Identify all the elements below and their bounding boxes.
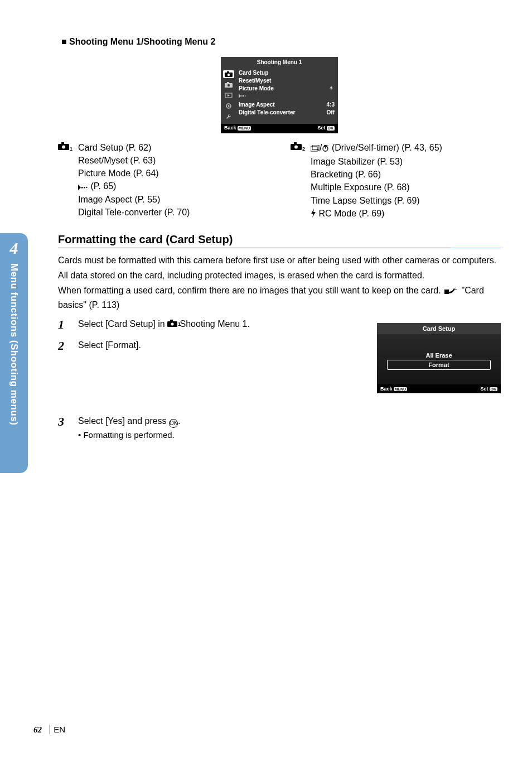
menu-set: SetOK [317,125,335,131]
list-item: Picture Mode (P. 64) [78,167,190,180]
menu-back: BackMENU [224,125,251,131]
svg-rect-15 [245,96,246,97]
card-setup-screenshot: Card Setup All Erase Format BackMENU Set… [377,323,501,393]
cs-title: Card Setup [377,323,501,334]
svg-marker-19 [78,185,81,190]
svg-text:1: 1 [231,74,233,77]
list-item: / (Drive/Self-timer) (P. 43, 65) [311,141,442,155]
svg-rect-34 [444,290,449,294]
svg-point-18 [62,145,65,148]
left-column: 1 Card Setup (P. 62) Reset/Myset (P. 63)… [58,141,268,220]
self-timer-icon [322,142,329,155]
gear-tab-icon [223,102,234,110]
list-item: (P. 65) [78,180,190,192]
chapter-title: Menu functions (Shooting menus) [8,263,20,425]
menu-row: Image Aspect4:3 [239,101,335,109]
shooting-menu-screenshot: Shooting Menu 1 1 2 Car [221,57,338,133]
svg-rect-26 [311,147,317,151]
camera1-icon: 1 [58,141,78,220]
svg-line-35 [455,289,457,290]
list-item: Image Stabilizer (P. 53) [311,155,442,168]
svg-text:2: 2 [231,84,233,88]
cs-set: SetOK [480,386,497,392]
svg-rect-21 [84,187,85,189]
svg-point-2 [228,74,230,76]
menu-panel-body: 1 2 Card Setup Reset/Myset Picture Mod [221,68,338,124]
camera1-tab-icon: 1 [223,70,234,78]
svg-rect-37 [170,320,173,322]
drive-icon [311,142,320,155]
list-item: Time Lapse Settings (P. 69) [311,194,442,207]
reference-icon [444,286,457,298]
svg-marker-33 [311,209,316,218]
quality-icon [239,94,246,100]
svg-rect-22 [86,187,88,189]
list-item: Card Setup (P. 62) [78,141,190,154]
menu-row: Picture Mode [239,85,335,93]
cs-item: All Erase [383,351,495,360]
list-item: Bracketing (P. 66) [311,168,442,181]
svg-rect-5 [227,82,229,84]
camera2-tab-icon: 2 [223,81,234,89]
right-column: 2 / (Drive/Self-timer) (P. 43, 65) Image… [291,141,501,220]
list-item: RC Mode (P. 69) [311,207,442,220]
svg-point-11 [228,105,230,107]
page-lang: EN [54,725,65,734]
chapter-tab: 4 Menu functions (Shooting menus) [0,233,28,473]
menu-tab-strip: 1 2 [221,68,236,120]
svg-marker-12 [239,94,241,98]
body-text: All data stored on the card, including p… [58,269,501,282]
body-text: When formatting a used card, confirm the… [58,284,501,311]
list-item: Image Aspect (P. 55) [78,193,190,206]
menu-row [239,93,335,101]
picture-mode-icon [328,85,335,93]
menu-row: Card Setup [239,69,335,77]
svg-rect-27 [312,145,319,150]
ok-button-icon: OK [169,419,178,428]
svg-rect-20 [81,187,83,189]
svg-line-32 [327,146,328,146]
section-heading: Shooting Menu 1/Shooting Menu 2 [61,37,501,47]
list-item: Digital Tele-converter (P. 70) [78,206,190,219]
body-text: Cards must be formatted with this camera… [58,254,501,267]
camera1-icon: 1 [167,320,177,327]
menu-row: Reset/Myset [239,77,335,85]
section-title: Formatting the card (Card Setup) [58,233,501,248]
svg-rect-14 [243,95,244,97]
svg-marker-9 [228,94,230,97]
list-item: Multiple Exposure (P. 68) [311,181,442,194]
menu-item-lists: 1 Card Setup (P. 62) Reset/Myset (P. 63)… [58,141,501,220]
svg-point-6 [228,84,230,86]
wrench-tab-icon [223,113,234,120]
svg-rect-13 [241,95,243,97]
right-list: / (Drive/Self-timer) (P. 43, 65) Image S… [311,141,442,220]
svg-point-38 [171,322,173,325]
menu-panel-title: Shooting Menu 1 [221,57,338,68]
menu-items: Card Setup Reset/Myset Picture Mode Imag… [236,68,338,120]
svg-rect-24 [294,142,297,144]
svg-rect-1 [227,71,229,73]
menu-footer: BackMENU SetOK [221,124,338,133]
list-item: Reset/Myset (P. 63) [78,154,190,167]
playback-tab-icon [223,91,234,99]
camera2-icon: 2 [291,141,311,220]
step-3: 3 Select [Yes] and press OK. Formatting … [58,414,501,442]
svg-point-25 [294,145,298,148]
cs-back: BackMENU [380,386,407,392]
page-footer: 62 EN [33,725,65,735]
svg-rect-17 [61,142,64,144]
page-number: 62 [33,725,42,734]
chapter-number: 4 [10,239,18,258]
cs-item-selected: Format [387,360,491,370]
cs-body: All Erase Format [377,334,501,384]
menu-row: Digital Tele-converterOff [239,109,335,117]
left-list: Card Setup (P. 62) Reset/Myset (P. 63) P… [78,141,190,220]
step-sub: Formatting is performed. [78,429,181,442]
cs-footer: BackMENU SetOK [377,384,501,393]
